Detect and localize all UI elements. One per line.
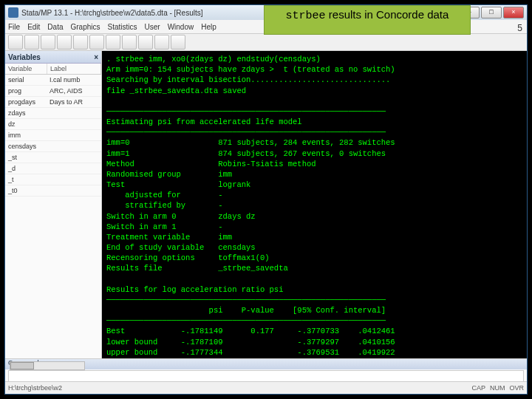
maximize-button[interactable]: □ bbox=[481, 7, 502, 18]
slide-title: strbee results in Concorde data bbox=[264, 5, 471, 35]
tool-data-editor-icon[interactable] bbox=[122, 35, 137, 50]
var-col-label[interactable]: Label bbox=[47, 64, 101, 74]
variables-header: Variables bbox=[8, 53, 41, 61]
status-path: H:\trchg\strbee\w2 bbox=[8, 384, 62, 392]
command-input[interactable] bbox=[8, 370, 524, 382]
variable-row[interactable]: zdays bbox=[5, 108, 101, 119]
tool-open-icon[interactable] bbox=[8, 35, 23, 50]
tool-log-icon[interactable] bbox=[57, 35, 72, 50]
pane-close-icon[interactable]: × bbox=[94, 53, 98, 61]
results-output: . strbee imm, xo0(zdays dz) endstudy(cen… bbox=[102, 51, 527, 358]
variable-row[interactable]: imm bbox=[5, 130, 101, 141]
page-number: 5 bbox=[517, 23, 522, 33]
status-num: NUM bbox=[490, 384, 505, 392]
toolbar bbox=[5, 34, 527, 51]
tool-viewer-icon[interactable] bbox=[73, 35, 88, 50]
tool-data-browser-icon[interactable] bbox=[138, 35, 153, 50]
menu-user[interactable]: User bbox=[145, 23, 160, 31]
menu-data[interactable]: Data bbox=[47, 23, 63, 31]
variable-row[interactable]: _t bbox=[5, 174, 101, 185]
tool-break-icon[interactable] bbox=[171, 35, 185, 50]
menu-help[interactable]: Help bbox=[201, 23, 216, 31]
statusbar: H:\trchg\strbee\w2 CAP NUM OVR bbox=[5, 381, 527, 394]
tool-save-icon[interactable] bbox=[24, 35, 39, 50]
horizontal-scrollbar[interactable] bbox=[10, 361, 85, 370]
variable-row[interactable]: censdays bbox=[5, 141, 101, 152]
variable-row[interactable]: progdaysDays to AR bbox=[5, 97, 101, 108]
tool-print-icon[interactable] bbox=[41, 35, 55, 50]
variable-row[interactable]: serialI.cal numb bbox=[5, 75, 101, 86]
menu-graphics[interactable]: Graphics bbox=[70, 23, 100, 31]
app-icon bbox=[8, 7, 18, 18]
menu-window[interactable]: Window bbox=[168, 23, 194, 31]
variable-row[interactable]: _d bbox=[5, 163, 101, 174]
variable-row[interactable]: _t0 bbox=[5, 185, 101, 197]
tool-dofile-icon[interactable] bbox=[106, 35, 120, 50]
status-ovr: OVR bbox=[509, 384, 524, 392]
variable-row[interactable]: progARC, AIDS bbox=[5, 86, 101, 97]
menu-file[interactable]: File bbox=[8, 23, 20, 31]
menu-statistics[interactable]: Statistics bbox=[108, 23, 137, 31]
tool-more-icon[interactable] bbox=[154, 35, 169, 50]
close-button[interactable]: × bbox=[503, 7, 524, 18]
status-cap: CAP bbox=[471, 384, 485, 392]
variables-pane: Variables× Variable Label serialI.cal nu… bbox=[5, 51, 102, 358]
menu-edit[interactable]: Edit bbox=[27, 23, 40, 31]
tool-graph-icon[interactable] bbox=[89, 35, 104, 50]
variable-row[interactable]: _st bbox=[5, 152, 101, 163]
var-col-variable[interactable]: Variable bbox=[5, 64, 47, 74]
variable-row[interactable]: dz bbox=[5, 119, 101, 130]
